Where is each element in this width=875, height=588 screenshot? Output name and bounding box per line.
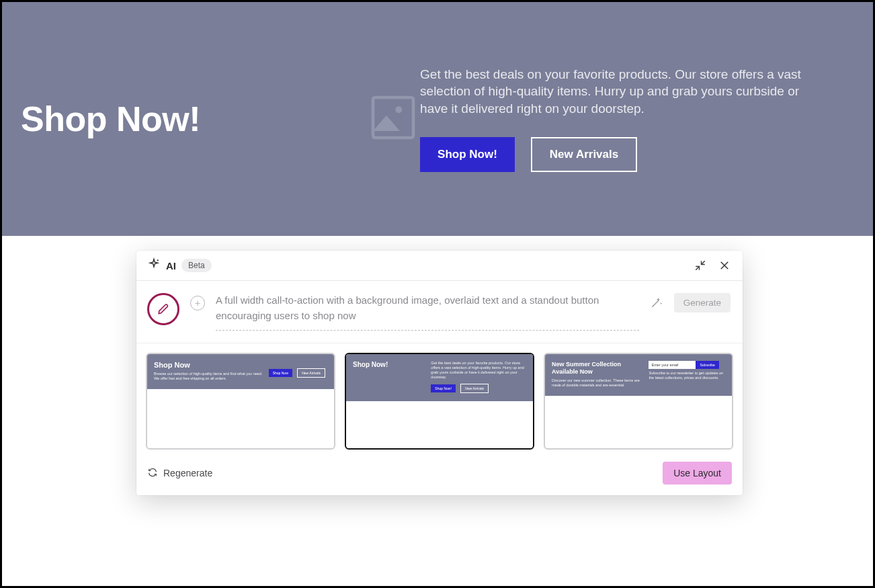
beta-badge: Beta <box>181 259 212 272</box>
generate-button[interactable]: Generate <box>674 293 731 312</box>
thumb1-title: Shop Now <box>154 361 263 369</box>
new-arrivals-button[interactable]: New Arrivals <box>531 137 637 172</box>
image-placeholder-icon <box>366 91 420 147</box>
svg-rect-0 <box>373 97 413 138</box>
thumb1-btn2: New Arrivals <box>297 368 325 378</box>
layout-option-1[interactable]: Shop Now Browse our selection of high-qu… <box>146 353 335 450</box>
add-icon[interactable]: + <box>190 296 205 310</box>
ai-panel-footer: Regenerate Use Layout <box>136 454 743 495</box>
minimize-button[interactable] <box>694 259 706 271</box>
hero-buttons: Shop Now! New Arrivals <box>420 137 853 172</box>
thumb3-subscribe: Subscribe <box>696 361 718 369</box>
thumb2-title: Shop Now! <box>353 361 388 368</box>
layout-thumbnails: Shop Now Browse our selection of high-qu… <box>136 343 743 454</box>
thumb3-text: Discover our new summer collection. Thes… <box>552 378 643 388</box>
use-layout-button[interactable]: Use Layout <box>663 462 732 485</box>
thumb2-btn1: Shop Now! <box>431 384 455 392</box>
thumb1-btn1: Shop Now <box>269 369 292 377</box>
layout-option-3[interactable]: New Summer Collection Available Now Disc… <box>544 353 733 450</box>
thumb3-subtext: Subscribe to our newsletter to get updat… <box>649 371 725 380</box>
regenerate-label: Regenerate <box>163 468 212 478</box>
thumb1-text: Browse our selection of high-quality ite… <box>154 372 263 381</box>
shop-now-button[interactable]: Shop Now! <box>420 137 515 172</box>
ai-panel: AI Beta + <box>136 251 743 495</box>
wand-icon[interactable] <box>650 296 663 312</box>
hero-left: Shop Now! <box>2 99 420 139</box>
hero-banner: Shop Now! Get the best deals on your fav… <box>2 2 873 236</box>
ai-label: AI <box>166 260 176 271</box>
sparkle-icon <box>147 257 161 274</box>
edit-icon[interactable] <box>147 293 179 325</box>
refresh-icon <box>147 467 158 480</box>
thumb3-title: New Summer Collection Available Now <box>552 361 643 376</box>
close-button[interactable] <box>718 259 731 271</box>
hero-right: Get the best deals on your favorite prod… <box>420 66 873 173</box>
ai-header-left: AI Beta <box>147 257 212 274</box>
thumb2-btn2: New Arrivals <box>460 384 489 393</box>
hero-description: Get the best deals on your favorite prod… <box>420 66 817 118</box>
ai-prompt-row: + A full width call-to-action with a bac… <box>136 281 743 343</box>
svg-point-1 <box>395 106 402 113</box>
thumb3-input: Enter your email <box>649 361 696 369</box>
layout-option-2[interactable]: Shop Now! Get the best deals on your fav… <box>345 353 534 450</box>
ai-header-right <box>694 259 731 271</box>
ai-panel-header: AI Beta <box>136 251 743 281</box>
regenerate-button[interactable]: Regenerate <box>147 467 212 480</box>
prompt-input[interactable]: A full width call-to-action with a backg… <box>216 293 639 331</box>
hero-title: Shop Now! <box>21 99 420 139</box>
thumb2-text: Get the best deals on your favorite prod… <box>431 361 526 380</box>
